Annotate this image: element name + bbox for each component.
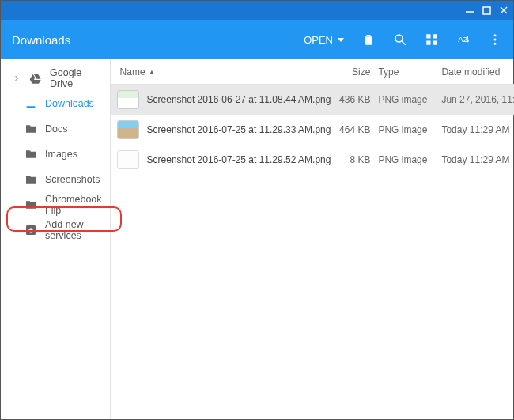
svg-rect-8 — [426, 41, 430, 45]
sidebar-item-label: Images — [45, 149, 77, 160]
folder-icon — [25, 199, 37, 211]
delete-icon[interactable] — [361, 32, 376, 47]
minimize-icon[interactable] — [465, 6, 474, 15]
svg-point-12 — [494, 39, 497, 41]
add-box-icon — [25, 224, 37, 236]
file-date: Today 11:29 AM — [441, 154, 514, 165]
chevron-right-icon — [12, 72, 21, 85]
sidebar-item-label: Google Drive — [50, 67, 102, 89]
google-drive-icon — [29, 72, 42, 85]
svg-rect-7 — [433, 34, 437, 38]
file-type: PNG image — [378, 94, 441, 105]
sidebar-item-chromebook-flip[interactable]: Chromebook Flip — [1, 192, 110, 218]
sidebar-item-images[interactable]: Images — [1, 142, 110, 167]
close-icon[interactable] — [499, 6, 508, 15]
sort-icon[interactable]: AZ — [456, 32, 471, 47]
sidebar-item-google-drive[interactable]: Google Drive — [1, 66, 110, 91]
svg-text:AZ: AZ — [458, 35, 468, 44]
page-title: Downloads — [12, 33, 304, 47]
sidebar-item-label: Add new services — [45, 219, 102, 241]
folder-icon — [25, 148, 37, 161]
sidebar: Google Drive Downloads Docs Images Scree… — [1, 59, 110, 419]
toolbar: Downloads OPEN AZ — [1, 20, 513, 59]
svg-point-4 — [395, 35, 403, 42]
folder-icon — [25, 123, 37, 135]
svg-rect-1 — [483, 7, 490, 14]
file-type: PNG image — [378, 154, 441, 165]
file-name: Screenshot 2016-06-27 at 11.08.44 AM.png — [147, 94, 331, 105]
column-name[interactable]: Name ▲ — [111, 66, 331, 78]
file-type: PNG image — [378, 124, 441, 135]
svg-rect-9 — [433, 41, 437, 45]
folder-icon — [25, 173, 37, 186]
open-button[interactable]: OPEN — [304, 34, 344, 46]
grid-view-icon[interactable] — [425, 32, 439, 47]
svg-line-5 — [402, 41, 406, 45]
more-icon[interactable] — [488, 32, 502, 47]
file-date: Jun 27, 2016, 11:08 AM — [441, 94, 514, 105]
sidebar-item-label: Downloads — [45, 98, 94, 109]
svg-point-13 — [494, 43, 497, 45]
sidebar-item-label: Screenshots — [45, 174, 100, 185]
sidebar-item-label: Docs — [45, 123, 67, 134]
svg-point-11 — [494, 34, 497, 36]
file-thumbnail — [117, 120, 139, 139]
sort-asc-icon: ▲ — [149, 68, 156, 76]
svg-rect-6 — [426, 34, 430, 38]
file-row[interactable]: Screenshot 2016-06-27 at 11.08.44 AM.png… — [111, 85, 514, 115]
sidebar-item-screenshots[interactable]: Screenshots — [1, 167, 110, 192]
column-date[interactable]: Date modified — [441, 66, 514, 78]
sidebar-item-docs[interactable]: Docs — [1, 116, 110, 142]
file-size: 8 KB — [331, 154, 378, 165]
file-thumbnail — [117, 90, 139, 109]
maximize-icon[interactable] — [482, 6, 491, 15]
file-name: Screenshot 2016-07-25 at 11.29.33 AM.png — [147, 124, 331, 135]
file-thumbnail — [117, 150, 139, 169]
file-name: Screenshot 2016-07-25 at 11.29.52 AM.png — [147, 154, 331, 165]
search-icon[interactable] — [393, 32, 407, 47]
file-row[interactable]: Screenshot 2016-07-25 at 11.29.52 AM.png… — [111, 145, 514, 175]
sidebar-item-add-services[interactable]: Add new services — [1, 218, 110, 243]
window-titlebar — [1, 1, 513, 20]
download-icon — [25, 97, 37, 110]
chevron-down-icon — [338, 38, 344, 42]
file-list: Name ▲ Size Type Date modified Screensho… — [110, 59, 514, 419]
file-row[interactable]: Screenshot 2016-07-25 at 11.29.33 AM.png… — [111, 115, 514, 145]
file-size: 464 KB — [331, 124, 378, 135]
column-header-row: Name ▲ Size Type Date modified — [111, 59, 514, 85]
sidebar-item-label: Chromebook Flip — [45, 194, 102, 216]
column-size[interactable]: Size — [331, 66, 378, 78]
sidebar-item-downloads[interactable]: Downloads — [1, 91, 110, 116]
column-type[interactable]: Type — [378, 66, 441, 78]
open-label: OPEN — [304, 34, 333, 46]
file-date: Today 11:29 AM — [441, 124, 514, 135]
file-size: 436 KB — [331, 94, 378, 105]
